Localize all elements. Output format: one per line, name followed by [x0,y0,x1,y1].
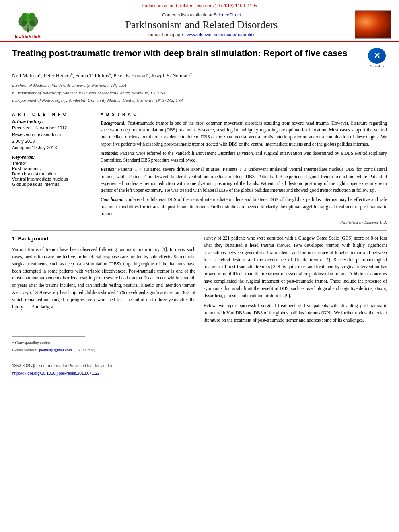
contents-line: Contents lists available at ScienceDirec… [48,12,355,17]
info-abstract-section: A R T I C L E I N F O Article history: R… [12,112,387,224]
crossmark-circle: ✕ [368,48,386,64]
background-label: Background: [101,121,126,125]
footnote-email: E-mail address: jneimat@gmail.com (J.S. … [12,347,195,353]
footer-bar: 1353-8020/$ – see front matter Published… [12,359,195,376]
results-label: Results: [101,167,116,172]
body-col-left: 1. Background Various forms of tremor ha… [12,235,195,376]
authors-line: Neil M. Issara, Peter Hederab, Fenna T. … [12,72,387,79]
author4-name: , Peter E. Konrad [111,72,147,78]
elsevier-brand-text: ELSEVIER [15,34,41,39]
accepted-date: Accepted 19 July 2013 [12,145,93,151]
affiliations: a School of Medicine, Vanderbilt Univers… [12,82,387,104]
crossmark-logo[interactable]: ✕ CrossMark [367,48,387,68]
abstract-conclusion: Conclusion: Unilateral or bilateral DBS … [101,196,387,217]
journal-homepage: journal homepage: www.elsevier.com/locat… [48,32,355,37]
body-paragraph-1: Various forms of tremor have been observ… [12,246,195,310]
elsevier-logo: ELSEVIER [8,10,48,39]
keyword-3: Deep brain stimulation [12,171,93,176]
footer-doi: http://dx.doi.org/10.1016/j.parkreldis.2… [12,370,195,377]
article-title-text: Treating post-traumatic tremor with deep… [12,48,367,60]
journal-title-center: Contents lists available at ScienceDirec… [48,12,355,37]
conclusion-label: Conclusion: [101,197,124,202]
author5-sup: c,* [187,72,192,76]
background-text: Post-traumatic tremor is one of the most… [101,121,387,146]
keywords-label: Keywords: [12,155,93,160]
section1-heading: 1. Background [12,235,195,243]
homepage-link[interactable]: www.elsevier.com/locate/parkreldis [187,32,256,37]
received-date: Received 1 November 2012 [12,125,93,131]
article-title-block: Treating post-traumatic tremor with deep… [12,48,387,68]
footnote-divider [12,336,85,337]
footnote-author-name: (J.S. Neimat). [74,348,96,352]
svg-point-7 [27,25,29,27]
body-paragraph-3: Below, we report successful surgical tre… [204,302,387,324]
author2-name: , Peter Hedera [41,72,71,78]
revised-date: 2 July 2013 [12,138,93,144]
footer-issn: 1353-8020/$ – see front matter Published… [12,363,195,369]
author3-name: , Fenna T. Phibbs [73,72,109,78]
article-info-col: A R T I C L E I N F O Article history: R… [12,112,93,224]
abstract-background: Background: Post-traumatic tremor is one… [101,120,387,148]
footer-doi-link[interactable]: http://dx.doi.org/10.1016/j.parkreldis.2… [12,371,99,376]
keyword-2: Post-traumatic [12,166,93,171]
journal-cover-image [355,10,391,39]
crossmark-icon: ✕ [374,50,380,61]
abstract-col: A B S T R A C T Background: Post-traumat… [101,112,387,224]
divider-1 [12,109,387,109]
body-paragraph-2: survey of 221 patients who were admitted… [204,235,387,299]
keyword-4: Ventral intermediate nucleus [12,177,93,181]
abstract-footer: Published by Elsevier Ltd. [101,220,387,224]
journal-name: Parkinsonism and Related Disorders [48,19,355,31]
article-info-title: A R T I C L E I N F O [12,112,93,117]
journal-header-inner: ELSEVIER Contents lists available at Sci… [8,10,391,39]
journal-header: Parkinsonism and Related Disorders 19 (2… [0,0,399,42]
journal-top-bar: Parkinsonism and Related Disorders 19 (2… [8,3,391,8]
divider-2 [12,230,387,231]
sciencedirect-link[interactable]: ScienceDirect [214,12,241,17]
page-container: Parkinsonism and Related Disorders 19 (2… [0,0,399,532]
abstract-methods: Methods: Patients were referred to the V… [101,150,387,164]
abstract-results: Results: Patients 1–4 sustained severe d… [101,166,387,194]
elsevier-tree-icon [14,13,42,33]
author1-name: Neil M. Issar [12,72,39,78]
crossmark-label: CrossMark [370,64,384,68]
methods-label: Methods: [101,151,119,156]
affil-a: a School of Medicine, Vanderbilt Univers… [12,82,387,89]
keyword-5: Globus pallidus internus [12,182,93,187]
body-col-right: survey of 221 patients who were admitted… [204,235,387,376]
revised-label: Received in revised form [12,131,93,138]
abstract-title: A B S T R A C T [101,112,387,117]
affil-b: b Department of Neurology, Vanderbilt Un… [12,90,387,97]
article-history-label: Article history: [12,119,93,124]
methods-text: Patients were referred to the Vanderbilt… [101,151,387,162]
footnote-corresponding: * Corresponding author. [12,340,195,346]
body-section: 1. Background Various forms of tremor ha… [12,235,387,376]
journal-cover-inner [355,11,391,38]
abstract-section: A B S T R A C T Background: Post-traumat… [101,112,387,224]
affil-c: c Department of Neurosurgery, Vanderbilt… [12,97,387,104]
article-content: Treating post-traumatic tremor with deep… [0,42,399,382]
keywords-section: Keywords: Tremor Post-traumatic Deep bra… [12,155,93,187]
results-text: Patients 1–4 sustained severe diffuse ax… [101,167,387,193]
keyword-1: Tremor [12,161,93,166]
article-info-section: A R T I C L E I N F O Article history: R… [12,112,93,187]
journal-citation: Parkinsonism and Related Disorders 19 (2… [142,3,257,8]
author5-name: , Joseph S. Neimat [148,72,187,78]
conclusion-text: Unilateral or bilateral DBS of the ventr… [101,197,387,216]
footnote-email-link[interactable]: jneimat@gmail.com [39,348,72,352]
